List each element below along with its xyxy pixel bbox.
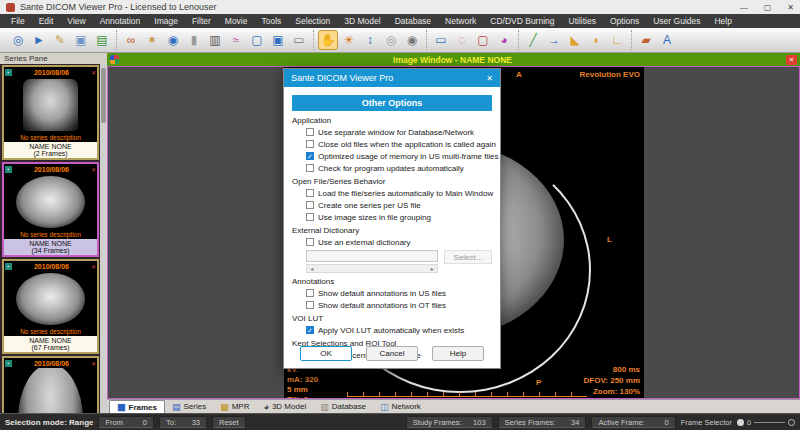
- search-icon[interactable]: ◎: [8, 30, 28, 50]
- series-thumbnail-4-partial[interactable]: ▪ 2010/08/06 ✕: [2, 356, 99, 413]
- menu-item[interactable]: Tools: [255, 14, 289, 28]
- series-thumbnail-3[interactable]: ▪ 2010/08/06 ✕ No series description NAM…: [2, 259, 99, 354]
- menu-item[interactable]: Options: [603, 14, 646, 28]
- rect-select-icon[interactable]: ▭: [431, 30, 451, 50]
- series-thumbnail-1[interactable]: ▪ 2010/08/06 ✕ No series description NAM…: [2, 65, 99, 160]
- close-series-icon[interactable]: ✕: [91, 69, 96, 76]
- line-measure-icon[interactable]: ╱: [523, 30, 543, 50]
- dialog-checkbox-row[interactable]: Use separate window for Database/Network: [306, 127, 500, 137]
- view-tab[interactable]: ◕ 3D Model: [256, 400, 313, 413]
- checkbox[interactable]: [306, 189, 314, 197]
- text-annotation-icon[interactable]: A: [657, 30, 677, 50]
- edit-notes-icon[interactable]: ✎: [50, 30, 70, 50]
- layout-grid-icon[interactable]: [110, 55, 119, 64]
- lock-icon[interactable]: ▮: [184, 30, 204, 50]
- folder-icon[interactable]: ▤: [92, 30, 112, 50]
- close-icon[interactable]: ✕: [787, 3, 794, 12]
- from-field[interactable]: From 0: [98, 416, 154, 428]
- frame-selector-slider[interactable]: 0: [737, 418, 795, 427]
- checkbox[interactable]: [306, 152, 314, 160]
- palette-curves-icon[interactable]: ≈: [226, 30, 246, 50]
- slider-end-knob[interactable]: [788, 419, 795, 426]
- open-file-icon[interactable]: ►: [29, 30, 49, 50]
- dictionary-path-field[interactable]: [306, 250, 438, 262]
- checkbox[interactable]: [306, 213, 314, 221]
- dialog-checkbox-row[interactable]: Show default annotations in US files: [306, 288, 500, 298]
- from-value[interactable]: 0: [133, 418, 147, 426]
- checkbox[interactable]: [306, 201, 314, 209]
- slider-track[interactable]: [754, 422, 785, 423]
- rect-roi-icon[interactable]: ▢: [473, 30, 493, 50]
- view-tab[interactable]: ◫ Network: [373, 400, 428, 413]
- menu-item[interactable]: Edit: [32, 14, 61, 28]
- close-series-icon[interactable]: ✕: [91, 166, 96, 173]
- series-pane-scrollbar[interactable]: [100, 64, 107, 413]
- menu-item[interactable]: Utilities: [562, 14, 603, 28]
- view-tab[interactable]: ▦ Frames: [109, 400, 165, 413]
- view-tab[interactable]: ▥ Database: [313, 400, 373, 413]
- maximize-icon[interactable]: ▢: [764, 3, 772, 12]
- close-image-window-icon[interactable]: ✕: [786, 55, 797, 65]
- menu-item[interactable]: Database: [388, 14, 438, 28]
- export-images-icon[interactable]: ▣: [71, 30, 91, 50]
- dialog-checkbox-row[interactable]: Load the file/series automatically to Ma…: [306, 188, 500, 198]
- series-thumbnail-2-selected[interactable]: ▪ 2010/08/06 ✕ No series description NAM…: [2, 162, 99, 257]
- ok-button[interactable]: OK: [300, 346, 352, 361]
- dialog-checkbox-row[interactable]: Optimized usage of memory in US multi-fr…: [306, 151, 500, 161]
- to-field[interactable]: To: 33: [159, 416, 207, 428]
- protractor-icon[interactable]: ◗: [586, 30, 606, 50]
- dialog-checkbox-row[interactable]: Use image sizes in file grouping: [306, 212, 500, 222]
- dialog-checkbox-row[interactable]: Apply VOI LUT automatically when exists: [306, 325, 500, 335]
- view-tab[interactable]: ▤ Series: [165, 400, 213, 413]
- menu-item[interactable]: File: [4, 14, 32, 28]
- dialog-checkbox-row[interactable]: Show default annotations in OT files: [306, 300, 500, 310]
- cancel-button[interactable]: Cancel: [366, 346, 418, 361]
- menu-item[interactable]: User Guides: [646, 14, 707, 28]
- other-options-banner[interactable]: Other Options: [292, 95, 492, 111]
- histogram-icon[interactable]: ▥: [205, 30, 225, 50]
- menu-item[interactable]: View: [60, 14, 92, 28]
- dialog-checkbox-row[interactable]: Create one series per US file: [306, 200, 500, 210]
- view-tab[interactable]: ▩ MPR: [213, 400, 256, 413]
- eraser-icon[interactable]: ▰: [636, 30, 656, 50]
- checkbox[interactable]: [306, 301, 314, 309]
- checkbox[interactable]: [306, 238, 314, 246]
- tools-icon[interactable]: ✶: [142, 30, 162, 50]
- close-series-icon[interactable]: ✕: [91, 263, 96, 270]
- dialog-checkbox-row[interactable]: Close old files when the application is …: [306, 139, 500, 149]
- help-button[interactable]: Help: [432, 346, 484, 361]
- dialog-close-icon[interactable]: ✕: [486, 74, 493, 83]
- reset-button[interactable]: Reset: [212, 416, 246, 428]
- minimize-icon[interactable]: —: [740, 3, 748, 12]
- checkbox[interactable]: [306, 164, 314, 172]
- menu-item[interactable]: Movie: [218, 14, 255, 28]
- menu-item[interactable]: Image: [147, 14, 185, 28]
- angle-icon[interactable]: ∟: [607, 30, 627, 50]
- menu-item[interactable]: Filter: [185, 14, 218, 28]
- checkbox[interactable]: [306, 128, 314, 136]
- scroll-right-icon[interactable]: ►: [430, 266, 435, 272]
- dictionary-path-scrollbar[interactable]: ◄ ►: [306, 264, 438, 273]
- eye-icon[interactable]: ◉: [163, 30, 183, 50]
- monitor-icon[interactable]: ▭: [289, 30, 309, 50]
- checkbox[interactable]: [306, 326, 314, 334]
- checkbox[interactable]: [306, 140, 314, 148]
- triangle-ruler-icon[interactable]: ◣: [565, 30, 585, 50]
- ellipse-roi-icon[interactable]: ◌: [452, 30, 472, 50]
- color-wheel-icon[interactable]: ◕: [494, 30, 514, 50]
- fullscreen-icon[interactable]: ▢: [247, 30, 267, 50]
- menu-item[interactable]: CD/DVD Burning: [483, 14, 561, 28]
- dialog-checkbox-row[interactable]: Check for program updates automatically: [306, 163, 500, 173]
- menu-item[interactable]: Selection: [288, 14, 337, 28]
- menu-item[interactable]: Help: [707, 14, 738, 28]
- link-icon[interactable]: ∞: [121, 30, 141, 50]
- select-dictionary-button[interactable]: Select...: [444, 250, 492, 264]
- arrow-annotation-icon[interactable]: →: [544, 30, 564, 50]
- slider-knob[interactable]: [737, 419, 744, 426]
- checkbox[interactable]: [306, 289, 314, 297]
- fit-screen-icon[interactable]: ▣: [268, 30, 288, 50]
- menu-item[interactable]: 3D Model: [337, 14, 387, 28]
- to-value[interactable]: 33: [186, 418, 200, 426]
- scroll-left-icon[interactable]: ◄: [309, 266, 314, 272]
- dialog-checkbox-row[interactable]: Use an external dictionary: [306, 237, 500, 247]
